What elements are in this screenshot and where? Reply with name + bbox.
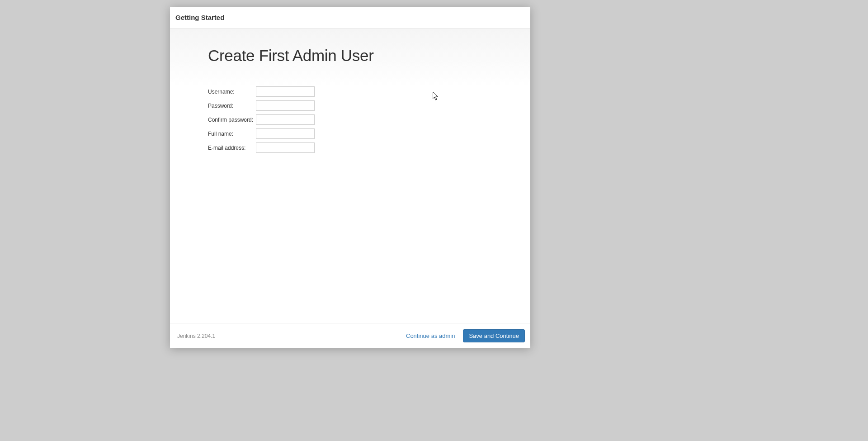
confirm-password-input[interactable] — [256, 114, 315, 125]
password-input[interactable] — [256, 100, 315, 111]
wizard-header-title: Getting Started — [175, 14, 224, 21]
page-title: Create First Admin User — [208, 47, 492, 65]
full-name-input[interactable] — [256, 128, 315, 139]
email-label: E-mail address: — [208, 142, 256, 153]
wizard-footer: Jenkins 2.204.1 Continue as admin Save a… — [170, 323, 530, 348]
username-label: Username: — [208, 86, 256, 97]
save-and-continue-button[interactable]: Save and Continue — [463, 329, 525, 342]
form-row-password: Password: — [208, 100, 315, 111]
admin-user-form: Username: Password: Confirm password: Fu… — [208, 83, 315, 156]
full-name-label: Full name: — [208, 128, 256, 139]
wizard-body: Create First Admin User Username: Passwo… — [170, 28, 530, 323]
footer-actions: Continue as admin Save and Continue — [404, 329, 525, 342]
wizard-header: Getting Started — [170, 7, 530, 28]
form-row-username: Username: — [208, 86, 315, 97]
email-input[interactable] — [256, 142, 315, 153]
form-row-full-name: Full name: — [208, 128, 315, 139]
version-text: Jenkins 2.204.1 — [175, 333, 404, 339]
form-row-confirm-password: Confirm password: — [208, 114, 315, 125]
form-row-email: E-mail address: — [208, 142, 315, 153]
confirm-password-label: Confirm password: — [208, 114, 256, 125]
continue-as-admin-link[interactable]: Continue as admin — [404, 330, 457, 342]
setup-wizard-modal: Getting Started Create First Admin User … — [170, 7, 530, 348]
username-input[interactable] — [256, 86, 315, 97]
password-label: Password: — [208, 100, 256, 111]
